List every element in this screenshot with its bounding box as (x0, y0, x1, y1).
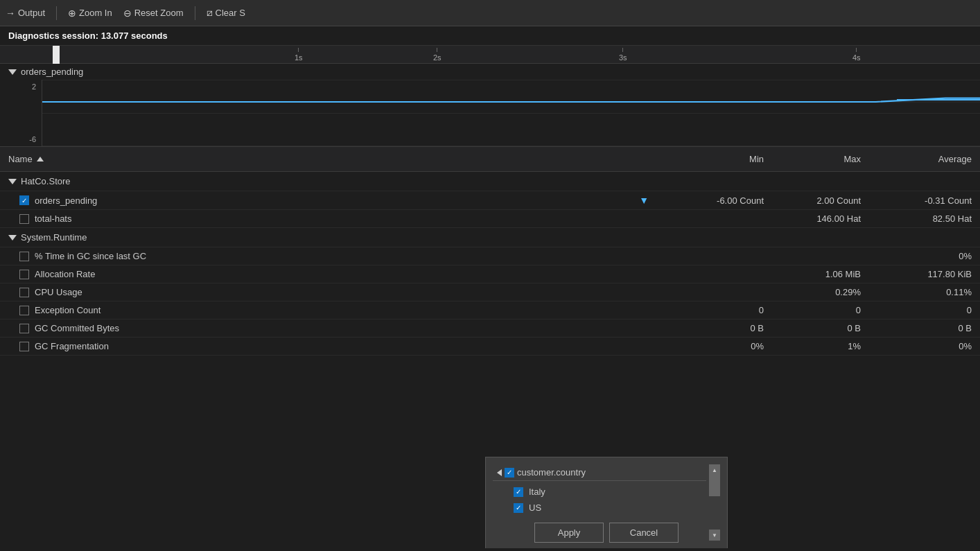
scrollbar-down-button[interactable]: ▼ (709, 530, 720, 541)
dropdown-item-us[interactable]: US (493, 500, 706, 516)
row-gc-time-checkbox[interactable] (19, 252, 29, 261)
sort-arrow-icon (37, 157, 44, 161)
row-gc-committed-min: 0 B (661, 320, 772, 337)
dropdown-popup: customer.country Italy US ▲ ▼ (485, 457, 728, 548)
chart-plot (42, 80, 980, 146)
dropdown-italy-checkbox[interactable] (514, 487, 523, 497)
row-cpu-usage-max: 0.29% (772, 283, 869, 301)
apply-button[interactable]: Apply (534, 523, 604, 543)
toolbar-separator-2 (195, 6, 195, 20)
row-gc-frag-checkbox[interactable] (19, 342, 29, 351)
table-row: total-hats 146.00 Hat 82.50 Hat (0, 210, 980, 228)
ruler-marker-3s: 3s (619, 48, 627, 62)
col-avg-header[interactable]: Average (869, 151, 980, 167)
group-system-runtime-avg (869, 228, 980, 247)
row-alloc-rate-min (661, 265, 772, 283)
row-alloc-rate-label: Allocation Rate (35, 269, 95, 279)
col-name-header[interactable]: Name (0, 151, 661, 167)
dropdown-us-label: US (529, 502, 541, 513)
output-button[interactable]: → Output (6, 8, 45, 19)
row-orders-pending-checkbox[interactable] (19, 195, 29, 205)
chart-title-row: orders_pending (0, 64, 980, 80)
dropdown-us-checkbox[interactable] (514, 503, 523, 513)
dropdown-col-triangle-icon[interactable] (497, 469, 502, 476)
dropdown-col-name: customer.country (517, 467, 586, 478)
chart-title: orders_pending (21, 67, 83, 77)
zoom-in-button[interactable]: ⊕ Zoom In (68, 8, 112, 19)
row-gc-committed-checkbox[interactable] (19, 324, 29, 333)
table-row: Exception Count 0 0 0 (0, 301, 980, 320)
row-gc-committed-label: GC Committed Bytes (35, 323, 119, 333)
chart-area: orders_pending 2 -6 (0, 64, 980, 147)
zoom-in-icon: ⊕ (68, 8, 76, 19)
row-cpu-usage-avg: 0.11% (869, 283, 980, 301)
row-gc-time-label: % Time in GC since last GC (35, 251, 146, 261)
group-hatco-name[interactable]: HatCo.Store (0, 172, 661, 191)
group-hatco-label: HatCo.Store (21, 176, 71, 186)
row-total-hats-checkbox[interactable] (19, 214, 29, 224)
row-total-hats-min (661, 210, 772, 227)
group-system-runtime-min (661, 228, 772, 247)
group-system-runtime: System.Runtime (0, 228, 980, 247)
row-gc-committed-name: GC Committed Bytes (0, 320, 661, 337)
group-system-runtime-name[interactable]: System.Runtime (0, 228, 661, 247)
reset-zoom-icon: ⊖ (123, 8, 132, 19)
row-gc-time-name: % Time in GC since last GC (0, 247, 661, 265)
row-orders-pending-name: orders_pending ▼ (0, 191, 661, 209)
row-alloc-rate-name: Allocation Rate (0, 265, 661, 283)
row-alloc-rate-checkbox[interactable] (19, 270, 29, 279)
chart-line-right (897, 99, 980, 100)
clear-button[interactable]: ⧄ Clear S (207, 7, 245, 19)
filter-icon-cell: ▼ (103, 195, 653, 206)
reset-zoom-button[interactable]: ⊖ Reset Zoom (123, 8, 184, 19)
row-exception-count-name: Exception Count (0, 301, 661, 319)
row-exception-count-checkbox[interactable] (19, 306, 29, 315)
toolbar: → Output ⊕ Zoom In ⊖ Reset Zoom ⧄ Clear … (0, 0, 980, 26)
group-hatco-min (661, 172, 772, 191)
filter-icon[interactable]: ▼ (639, 195, 649, 206)
table-row: GC Committed Bytes 0 B 0 B 0 B (0, 320, 980, 338)
group-hatco-max (772, 172, 869, 191)
chart-collapse-icon[interactable] (8, 69, 17, 75)
diagnostics-text: Diagnostics session: 13.077 seconds (8, 30, 168, 41)
dropdown-italy-label: Italy (529, 487, 545, 497)
dropdown-scrollbar[interactable]: ▲ ▼ (709, 464, 720, 541)
ruler-marker-2s: 2s (433, 48, 441, 62)
scrollbar-up-button[interactable]: ▲ (709, 464, 720, 475)
timeline-ruler[interactable]: 1s 2s 3s 4s (0, 46, 980, 64)
group-hatco-collapse-icon[interactable] (8, 179, 17, 184)
col-max-header[interactable]: Max (772, 151, 869, 167)
table-row: Allocation Rate 1.06 MiB 117.80 KiB (0, 265, 980, 283)
chart-body: 2 -6 (0, 80, 980, 146)
reset-zoom-label: Reset Zoom (134, 8, 184, 18)
row-orders-pending-max: 2.00 Count (772, 191, 869, 209)
scrollbar-thumb[interactable] (709, 475, 720, 496)
col-name-label: Name (8, 154, 33, 164)
group-system-runtime-collapse-icon[interactable] (8, 235, 17, 240)
ruler-tick-3s (622, 48, 623, 52)
row-total-hats-max: 146.00 Hat (772, 210, 869, 227)
row-gc-frag-min: 0% (661, 338, 772, 355)
row-alloc-rate-max: 1.06 MiB (772, 265, 869, 283)
col-min-header[interactable]: Min (661, 151, 772, 167)
row-cpu-usage-checkbox[interactable] (19, 288, 29, 297)
ruler-track: 1s 2s 3s 4s (0, 46, 980, 63)
row-exception-count-avg: 0 (869, 301, 980, 319)
dropdown-col-checkbox[interactable] (505, 468, 514, 478)
table-row: orders_pending ▼ -6.00 Count 2.00 Count … (0, 191, 980, 210)
chart-y-labels: 2 -6 (0, 80, 42, 146)
output-label: Output (18, 8, 45, 18)
ruler-tick-2s (437, 48, 437, 52)
cancel-button[interactable]: Cancel (609, 523, 679, 543)
row-gc-committed-avg: 0 B (869, 320, 980, 337)
dropdown-item-italy[interactable]: Italy (493, 484, 706, 500)
row-total-hats-name: total-hats (0, 210, 661, 227)
row-gc-time-avg: 0% (869, 247, 980, 265)
dropdown-header-area: customer.country Italy US ▲ ▼ (493, 464, 720, 516)
output-icon: → (6, 8, 15, 19)
row-total-hats-label: total-hats (35, 213, 71, 224)
row-alloc-rate-avg: 117.80 KiB (869, 265, 980, 283)
chart-container: orders_pending 2 -6 (0, 64, 980, 147)
row-orders-pending-label: orders_pending (35, 195, 97, 206)
row-total-hats-avg: 82.50 Hat (869, 210, 980, 227)
